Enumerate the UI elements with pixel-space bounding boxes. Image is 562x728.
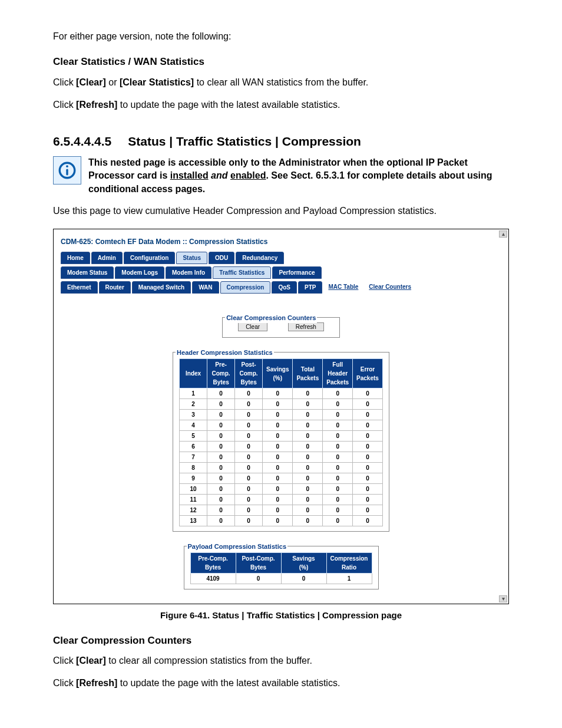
clear-key: [Clear] [76, 655, 106, 666]
cell: 0 [207, 463, 235, 473]
cell: 0 [293, 484, 323, 495]
cell: 0 [353, 505, 383, 516]
cell: 0 [293, 516, 323, 526]
clear-wan-text: Click [Clear] or [Clear Statistics] to c… [53, 75, 509, 90]
cell: 0 [293, 473, 323, 484]
cell: 0 [263, 420, 293, 431]
t: Click [53, 77, 76, 87]
enabled-word: enabled [230, 170, 266, 180]
admin-note-text: This nested page is accessible only to t… [88, 156, 509, 196]
tab-clear-counters[interactable]: Clear Counters [364, 281, 416, 294]
cell: 0 [353, 484, 383, 495]
tab-status[interactable]: Status [176, 252, 207, 264]
cell: 0 [207, 420, 235, 431]
cell: 0 [235, 410, 263, 420]
header-compression-table: IndexPre-Comp.BytesPost-Comp.BytesSaving… [179, 358, 383, 526]
cell: 0 [207, 452, 235, 463]
cell: 0 [263, 495, 293, 505]
col-header: CompressionRatio [326, 553, 372, 574]
cell: 0 [323, 495, 353, 505]
cell: 0 [323, 399, 353, 410]
cell: 0 [293, 442, 323, 452]
and-word: and [209, 170, 230, 180]
cell: 0 [293, 463, 323, 473]
table-row: 10000000 [180, 484, 383, 495]
cell: 0 [323, 388, 353, 399]
svg-point-1 [66, 165, 68, 167]
payload-compression-fieldset: Payload Compression Statistics Pre-Comp.… [184, 546, 379, 589]
tab-compression[interactable]: Compression [220, 281, 271, 294]
tab-modem-logs[interactable]: Modem Logs [115, 266, 164, 279]
col-header: Pre-Comp.Bytes [190, 553, 236, 574]
cell: 0 [235, 420, 263, 431]
cell: 0 [263, 505, 293, 516]
cell: 1 [180, 388, 207, 399]
cell: 2 [180, 399, 207, 410]
cell: 0 [353, 452, 383, 463]
cell: 4109 [190, 574, 236, 584]
refresh-text: Click [Refresh] to update the page with … [53, 98, 509, 112]
header-compression-fieldset: Header Compression Statistics IndexPre-C… [173, 352, 389, 532]
cell: 0 [207, 399, 235, 410]
tab-qos[interactable]: QoS [272, 281, 297, 294]
t: or [106, 77, 120, 87]
tab-traffic-statistics[interactable]: Traffic Statistics [213, 266, 271, 279]
cell: 0 [235, 442, 263, 452]
cell: 4 [180, 420, 207, 431]
cell: 8 [180, 463, 207, 473]
tab-managed-switch[interactable]: Managed Switch [132, 281, 191, 294]
cell: 0 [293, 399, 323, 410]
svg-rect-2 [66, 169, 68, 175]
tab-ethernet[interactable]: Ethernet [61, 281, 98, 294]
tab-router[interactable]: Router [99, 281, 131, 294]
cell: 0 [207, 388, 235, 399]
tab-modem-info[interactable]: Modem Info [166, 266, 211, 279]
cell: 0 [263, 484, 293, 495]
tab-performance[interactable]: Performance [272, 266, 321, 279]
cell: 0 [353, 495, 383, 505]
cell: 0 [235, 495, 263, 505]
tab-admin[interactable]: Admin [91, 252, 123, 264]
cell: 11 [180, 495, 207, 505]
cell: 0 [207, 516, 235, 526]
tab-wan[interactable]: WAN [192, 281, 219, 294]
refresh-button[interactable]: Refresh [288, 322, 324, 331]
cell: 0 [235, 505, 263, 516]
tab-ptp[interactable]: PTP [298, 281, 322, 294]
col-header: Post-Comp.Bytes [236, 553, 281, 574]
cell: 6 [180, 442, 207, 452]
tab-configuration[interactable]: Configuration [124, 252, 176, 264]
table-row: 1000000 [180, 388, 383, 399]
admin-note: This nested page is accessible only to t… [53, 156, 509, 196]
cell: 1 [326, 574, 372, 584]
table-row: 9000000 [180, 473, 383, 484]
cell: 0 [235, 452, 263, 463]
cell: 0 [353, 420, 383, 431]
cell: 0 [207, 410, 235, 420]
refresh-key: [Refresh] [76, 100, 117, 110]
table-row: 13000000 [180, 516, 383, 526]
fieldset-legend: Header Compression Statistics [176, 348, 274, 358]
cell: 0 [235, 463, 263, 473]
table-row: 3000000 [180, 410, 383, 420]
t: to clear all WAN statistics from the buf… [194, 77, 368, 87]
table-row: 5000000 [180, 431, 383, 442]
section-number: 6.5.4.4.4.5 [53, 132, 111, 151]
tab-home[interactable]: Home [61, 252, 90, 264]
tab-redundancy[interactable]: Redundancy [236, 252, 284, 264]
cell: 0 [323, 431, 353, 442]
cell: 0 [353, 399, 383, 410]
tab-mac-table[interactable]: MAC Table [323, 281, 363, 294]
cell: 0 [323, 452, 353, 463]
cell: 0 [323, 463, 353, 473]
clear-counters-fieldset: Clear Compression Counters Clear Refresh [222, 317, 340, 338]
clear-button[interactable]: Clear [238, 322, 267, 331]
cell: 0 [353, 410, 383, 420]
tab-modem-status[interactable]: Modem Status [61, 266, 114, 279]
tab-odu[interactable]: ODU [209, 252, 234, 264]
cell: 0 [293, 388, 323, 399]
cell: 0 [353, 463, 383, 473]
cell: 0 [263, 399, 293, 410]
page-title: CDM-625: Comtech EF Data Modem :: Compre… [61, 236, 501, 247]
cell: 0 [207, 431, 235, 442]
